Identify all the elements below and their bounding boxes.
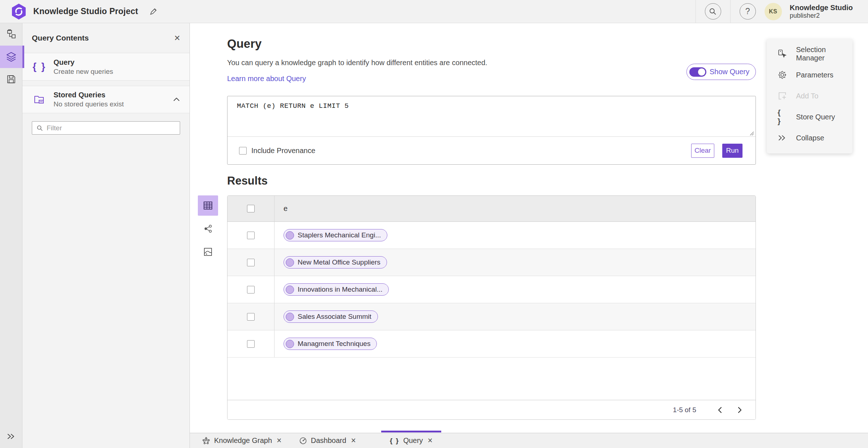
table-row[interactable]: Sales Associate Summit [227, 303, 756, 330]
select-all-checkbox[interactable] [247, 205, 255, 212]
row-checkbox[interactable] [247, 286, 255, 293]
close-panel-button[interactable]: × [174, 33, 180, 43]
icon-sidebar [0, 23, 22, 448]
panel-item-query[interactable]: { } Query Create new queries [22, 53, 190, 81]
header-divider [730, 0, 731, 23]
row-checkbox[interactable] [247, 259, 255, 266]
stored-folder-icon [32, 94, 47, 105]
item-label: Query [54, 58, 113, 67]
user-name: Knowledge Studio [790, 4, 853, 12]
selection-manager-item[interactable]: Selection Manager [767, 43, 852, 64]
app-window: Knowledge Studio Project ? KS Knowledge … [0, 0, 868, 448]
query-heading: Query [227, 37, 261, 51]
pencil-icon [149, 7, 158, 16]
item-description: No stored queries exist [54, 100, 124, 108]
chevron-left-icon [717, 406, 723, 414]
edit-title-button[interactable] [149, 7, 158, 16]
data-model-icon [6, 29, 16, 39]
table-row[interactable]: New Metal Office Suppliers [227, 249, 756, 276]
close-tab-button[interactable]: × [351, 436, 356, 445]
double-chevron-right-icon [7, 433, 16, 440]
item-label: Stored Queries [54, 91, 124, 99]
sidebar-item-save[interactable] [0, 68, 22, 90]
results-heading: Results [227, 174, 268, 187]
toggle-knob [698, 68, 706, 76]
run-button[interactable]: Run [722, 144, 743, 158]
knowledge-graph-icon [202, 437, 210, 445]
user-info: Knowledge Studio publisher2 [790, 4, 853, 20]
action-label: Collapse [796, 134, 824, 142]
sidebar-item-contents[interactable] [0, 46, 22, 68]
next-page-button[interactable] [733, 403, 746, 417]
search-button[interactable] [705, 3, 721, 20]
entity-dot-icon [286, 258, 294, 267]
sidebar-item-data-model[interactable] [0, 23, 22, 46]
panel-title: Query Contents [32, 34, 89, 42]
query-description: You can query a knowledge graph to ident… [227, 59, 487, 67]
braces-icon: { } [32, 61, 47, 72]
entity-pill[interactable]: Sales Associate Summit [284, 310, 378, 323]
page-title: Knowledge Studio Project [33, 7, 138, 16]
table-view-button[interactable] [198, 195, 218, 216]
include-provenance-label: Include Provenance [251, 147, 315, 155]
entity-pill[interactable]: Innovations in Mechanical... [284, 283, 389, 296]
avatar[interactable]: KS [765, 3, 782, 20]
query-contents-panel: Query Contents × { } Query Create new qu… [22, 23, 190, 448]
tab-query[interactable]: { } Query × [381, 433, 441, 448]
row-checkbox[interactable] [247, 340, 255, 348]
row-checkbox[interactable] [247, 232, 255, 239]
header-divider [695, 0, 696, 23]
resize-grip-icon[interactable] [749, 131, 754, 136]
clear-button[interactable]: Clear [691, 144, 714, 158]
link-chart-icon [203, 224, 213, 233]
tab-label: Knowledge Graph [214, 436, 272, 445]
panel-item-stored-queries[interactable]: Stored Queries No stored queries exist [22, 86, 190, 113]
braces-icon: { } [390, 437, 399, 445]
collapse-item[interactable]: Collapse [767, 127, 852, 148]
action-label: Add To [796, 92, 818, 100]
help-button[interactable]: ? [740, 3, 756, 20]
table-row[interactable]: Managment Techniques [227, 330, 756, 358]
entity-dot-icon [286, 231, 294, 240]
panel-gap [22, 81, 190, 86]
query-editor: MATCH (e) RETURN e LIMIT 5 Include Prove… [227, 96, 756, 165]
map-view-button[interactable] [198, 242, 218, 262]
close-tab-button[interactable]: × [427, 436, 432, 445]
query-text-input[interactable]: MATCH (e) RETURN e LIMIT 5 [227, 96, 756, 136]
item-description: Create new queries [54, 68, 113, 76]
table-row[interactable]: Staplers Mechanical Engi... [227, 222, 756, 249]
action-label: Selection Manager [796, 46, 852, 62]
tab-dashboard[interactable]: Dashboard × [290, 433, 365, 448]
query-view: Query You can query a knowledge graph to… [190, 23, 868, 434]
selected-indicator [22, 46, 24, 68]
entity-pill[interactable]: Staplers Mechanical Engi... [284, 229, 387, 241]
chevron-right-icon [737, 406, 743, 414]
table-row[interactable]: Innovations in Mechanical... [227, 276, 756, 303]
add-to-icon [778, 91, 787, 101]
parameters-item[interactable]: Parameters [767, 64, 852, 85]
row-checkbox[interactable] [247, 313, 255, 321]
entity-pill[interactable]: Managment Techniques [284, 338, 377, 350]
entity-label: Innovations in Mechanical... [298, 286, 382, 293]
query-actions-panel: Selection Manager Parameters [767, 39, 852, 153]
toggle-switch[interactable] [689, 67, 706, 77]
link-chart-view-button[interactable] [198, 219, 218, 239]
table-header-row: e [227, 196, 756, 222]
document-tabbar: Knowledge Graph × Dashboard × { } Query … [190, 433, 868, 448]
entity-pill[interactable]: New Metal Office Suppliers [284, 256, 387, 269]
query-editor-footer: Include Provenance Clear Run [227, 136, 756, 164]
tab-knowledge-graph[interactable]: Knowledge Graph × [193, 433, 290, 448]
entity-label: Staplers Mechanical Engi... [298, 231, 381, 239]
pagination-label: 1-5 of 5 [673, 406, 696, 414]
previous-page-button[interactable] [714, 403, 727, 417]
store-query-item[interactable]: { } Store Query [767, 106, 852, 127]
collapse-section-button[interactable] [173, 97, 180, 102]
show-query-toggle[interactable]: Show Query [686, 64, 756, 80]
include-provenance-checkbox[interactable] [239, 147, 247, 155]
close-tab-button[interactable]: × [277, 436, 281, 445]
filter-input[interactable] [47, 124, 175, 132]
selection-manager-icon [778, 49, 787, 59]
search-icon [37, 125, 43, 131]
expand-sidebar-button[interactable] [0, 428, 22, 444]
learn-more-link[interactable]: Learn more about Query [227, 75, 306, 83]
